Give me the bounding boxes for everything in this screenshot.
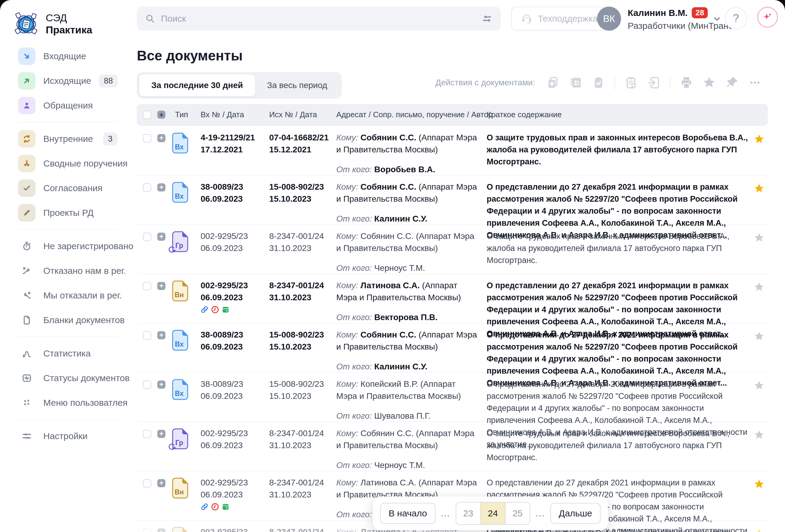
pagination: В начало ... 23 24 25 ... Дальше (373, 497, 608, 530)
expand-all-button[interactable]: + (157, 111, 166, 119)
table-row[interactable]: + Вх 38-0089/2306.09.2023 15-008-902/231… (137, 176, 768, 225)
row-expand-button[interactable]: + (157, 183, 166, 191)
sidebar-item-appeals[interactable]: Обращения (18, 97, 117, 114)
sidebar-divider (18, 337, 117, 337)
table-row[interactable]: + Вх 38-0089/2306.09.2023 15-008-902/231… (137, 373, 768, 422)
pagination-ellipsis: ... (536, 508, 545, 518)
row-checkbox[interactable] (143, 479, 151, 487)
table-row[interactable]: + Вх 38-0089/2306.09.2023 15-008-902/231… (137, 323, 768, 373)
sidebar-item-incoming[interactable]: Входящие (18, 48, 117, 65)
contacts-icon[interactable] (569, 76, 583, 89)
sidebar-item-rejected-to-us[interactable]: Отказано нам в рег. (18, 262, 117, 280)
row-checkbox[interactable] (143, 380, 151, 389)
row-expand-button[interactable]: + (157, 282, 166, 290)
summary-cell: О защите трудовых прав и законных интере… (487, 230, 751, 266)
sidebar-item-not-registered[interactable]: Не зарегистрировано (18, 237, 117, 255)
pagination-ellipsis: ... (441, 508, 450, 518)
sidebar-item-outgoing[interactable]: Исходящие 88 (18, 72, 117, 89)
app-window: СЭД Практика Входящие Исходящие 88 (0, 0, 785, 532)
first-page-button[interactable]: В начало (380, 503, 435, 524)
sidebar-item-user-menu[interactable]: Меню пользоватлея (18, 394, 117, 411)
more-actions-icon[interactable] (748, 76, 762, 89)
period-tabs: За последние 30 дней За весь период (137, 72, 342, 99)
out-number-date: 8-2347-001/2431.10.2023 (269, 280, 335, 303)
tab-all-period[interactable]: За весь период (255, 75, 339, 96)
row-expand-button[interactable]: + (157, 479, 166, 487)
arrow-down-right-icon (18, 48, 35, 65)
row-expand-button[interactable]: + (157, 233, 166, 241)
table-row[interactable]: + Гр 002-9295/2306.09.2023 8-2347-001/24… (137, 422, 768, 471)
clipboard-add-icon[interactable] (624, 76, 638, 89)
dots-grid-icon (18, 394, 35, 411)
sidebar-item-we-rejected[interactable]: Мы отказали в рег. (18, 287, 117, 304)
stopwatch-icon (18, 237, 35, 255)
sidebar-item-consolidated-orders[interactable]: Сводные поручения (18, 155, 117, 172)
addressee-cell: Кому: Латинова С.А. (Аппарат Мэра и Прав… (336, 280, 478, 323)
star-icon[interactable] (754, 330, 765, 342)
blank-document-icon (18, 311, 35, 329)
row-checkbox[interactable] (143, 528, 151, 532)
star-icon[interactable] (754, 528, 765, 532)
row-checkbox[interactable] (143, 233, 151, 241)
table-row[interactable]: + Гр 002-9295/2306.09.2023 8-2347-001/24… (137, 225, 768, 274)
column-out: Исх № / Дата (269, 110, 317, 119)
sidebar-item-draft-docs[interactable]: Проекты РД (18, 204, 117, 221)
export-document-icon[interactable] (647, 76, 661, 89)
row-expand-button[interactable]: + (157, 430, 166, 438)
link-icon (201, 306, 208, 314)
tab-last-30-days[interactable]: За последние 30 дней (139, 75, 255, 96)
page-25[interactable]: 25 (506, 503, 530, 524)
row-checkbox[interactable] (143, 282, 151, 290)
sidebar-item-doc-forms[interactable]: Бланки документов (18, 311, 117, 329)
star-icon[interactable] (754, 380, 765, 391)
row-checkbox[interactable] (143, 331, 151, 340)
star-icon[interactable] (754, 281, 765, 293)
sidebar: СЭД Практика Входящие Исходящие 88 (0, 0, 132, 532)
star-icon[interactable] (754, 232, 765, 243)
row-checkbox[interactable] (143, 430, 151, 438)
sidebar-item-approvals[interactable]: Согласования (18, 180, 117, 197)
in-number-date: 38-0089/2306.09.2023 (201, 378, 267, 402)
row-expand-button[interactable]: + (157, 331, 166, 339)
document-list: + Вх 4-19-21129/2117.12.2021 07-04-16682… (137, 126, 768, 532)
document-actions-toolbar: Действия с документами: (435, 76, 762, 89)
add-document-icon[interactable] (546, 76, 560, 89)
table-row[interactable]: + Вн 002-9295/2306.09.2023 8-2347-001/24… (137, 274, 768, 323)
in-number-date: 002-9295/2306.09.2023 (201, 477, 267, 511)
sidebar-item-doc-statuses[interactable]: Статусы документов (18, 369, 117, 387)
sidebar-item-internal[interactable]: Внутренние 3 (18, 130, 117, 148)
star-icon[interactable] (754, 133, 765, 145)
page-24[interactable]: 24 (480, 503, 506, 524)
row-expand-button[interactable]: + (157, 528, 166, 532)
star-icon[interactable] (754, 429, 765, 441)
sidebar-item-settings[interactable]: Настройки (18, 427, 117, 445)
column-addressee: Адресат / Сопр. письмо, поручение / Авто… (336, 110, 493, 119)
select-all-checkbox[interactable] (143, 111, 151, 119)
clipboard-check-icon[interactable] (591, 76, 605, 89)
split-arrows-icon (18, 155, 35, 172)
row-expand-button[interactable]: + (157, 380, 166, 389)
sidebar-nav: Входящие Исходящие 88 Обращения (18, 48, 117, 452)
toolbar-divider (614, 76, 615, 89)
brand: СЭД Практика (13, 11, 92, 37)
column-type: Тип (175, 110, 188, 119)
print-icon[interactable] (679, 76, 693, 89)
page-23[interactable]: 23 (456, 503, 480, 524)
pulse-icon (18, 369, 35, 387)
doc-type-icon: Вх (172, 329, 189, 351)
in-number-date: 002-9295/2306.09.2023 (201, 280, 267, 314)
star-action-icon[interactable] (702, 76, 716, 89)
out-number-date: 15-008-902/2315.10.2023 (269, 378, 335, 402)
sidebar-item-statistics[interactable]: Статистика (18, 345, 117, 362)
star-icon[interactable] (754, 183, 765, 194)
pin-icon[interactable] (725, 76, 739, 89)
row-expand-button[interactable]: + (157, 134, 166, 142)
toolbar-divider (670, 76, 670, 89)
doc-type-icon: Вн (172, 477, 189, 499)
row-checkbox[interactable] (143, 134, 151, 142)
page-title: Все документы (137, 48, 243, 64)
star-icon[interactable] (754, 479, 765, 490)
table-row[interactable]: + Вх 4-19-21129/2117.12.2021 07-04-16682… (137, 126, 768, 176)
row-checkbox[interactable] (143, 183, 151, 192)
next-page-button[interactable]: Дальше (550, 503, 601, 524)
